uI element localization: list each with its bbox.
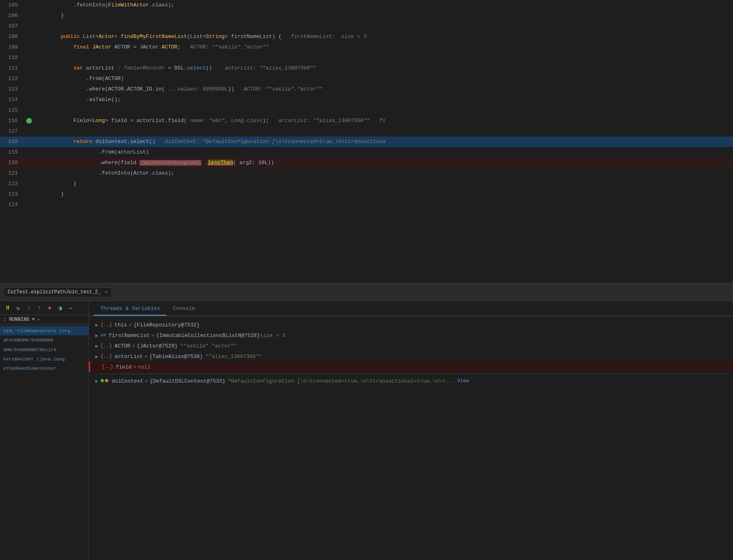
variables-area: ▶{..}this={FilmRepository@7532}▶≡≡firstN… [89,316,733,560]
expand-arrow[interactable]: ▶ [95,343,98,349]
expand-arrow[interactable]: ▶ [95,322,98,328]
debug-toolbar: ⏸ ↻ ↓ ↑ ● ◑ ⋯ [0,301,88,315]
obj-icon: {..} [102,364,114,370]
line-content: .where(ACTOR.ACTOR_ID.in( ...values: 999… [34,84,733,95]
thread-item[interactable]: SMH/0x0000007001174 [0,345,88,354]
var-value: {TableAlias@7530} [149,354,203,360]
variable-row[interactable]: ▶dslContext={DefaultDSLContext@7533} "De… [89,376,733,386]
line-content: } [34,179,733,189]
variable-row[interactable]: ▶{..}this={FilmRepository@7532} [89,320,733,330]
var-eq: = [151,333,154,339]
code-line: 117 [0,126,733,137]
line-number: 110 [0,53,24,63]
more-button[interactable]: ⋯ [66,303,75,312]
line-content: .asTable(); [34,95,733,105]
thread-item[interactable]: kers$Holder (java.lang. [0,354,88,364]
code-line: 107 [0,21,733,32]
dsl-icon [101,378,110,384]
line-number: 119 [0,147,24,158]
view-link[interactable]: View [457,378,469,384]
line-number: 105 [0,0,24,11]
variable-row[interactable]: ▶{..}field=null [89,362,733,372]
code-line: 122 } [0,179,733,189]
filter-icon[interactable]: ▼ [32,317,35,322]
thread-list[interactable]: 118, FilmRepository (org.aForm$DMH/0x000… [0,324,88,560]
thread-item[interactable]: aForm$DMH/0x000000 [0,335,88,345]
var-name: ACTOR [114,343,130,349]
variable-row[interactable]: ▶{..}actorList={TableAlias@7530} ""alias… [89,351,733,362]
code-line: 110 [0,53,733,63]
status-running-label: : RUNNING [3,317,29,322]
debug-panel: CutTest.explicitPathJoin_test_2_ × ⏸ ↻ ↓… [0,283,733,560]
line-content: .fetchInto(Actor.class); [34,168,733,179]
var-name: this [114,322,127,328]
code-line: 109 final JActor ACTOR = JActor.ACTOR; A… [0,42,733,53]
line-number: 122 [0,179,24,189]
expand-arrow[interactable]: ▶ [95,333,98,338]
var-value: {JActor@7529} [137,343,177,349]
thread-item[interactable]: 118, FilmRepository (org. [0,326,88,335]
debug-session-close[interactable]: × [105,290,107,295]
var-extra: ""sakila"."actor"" [180,343,237,349]
chevron-down-icon[interactable]: ▾ [37,317,40,322]
debug-content: ⏸ ↻ ↓ ↑ ● ◑ ⋯ : RUNNING ▼ ▾ 118, FilmRep… [0,301,733,560]
var-eq: = [129,322,132,328]
line-content: .from(actorList) [34,147,733,158]
line-content: var actorList : Table<Record> = DSL.sele… [34,63,733,74]
var-name: actorList [114,354,143,360]
var-name: firstNameList [109,333,150,339]
code-line: 113 .where(ACTOR.ACTOR_ID.in( ...values:… [0,84,733,95]
debug-main: Threads & Variables Console ▶{..}this={F… [89,301,733,560]
var-size: size = 3 [260,333,285,339]
var-value: {DefaultDSLContext@7533} [150,378,225,384]
method-highlight: lessThan [208,160,233,166]
debug-tab-bar: CutTest.explicitPathJoin_test_2_ × [0,283,733,301]
line-number: 107 [0,21,24,32]
line-content: } [34,11,733,21]
mute-button[interactable]: ◑ [56,303,65,312]
line-content: .fetchInto(FilmWithActor.class); [34,0,733,11]
var-value: null [138,364,150,370]
code-line: 124 [0,200,733,210]
thread-sidebar: ⏸ ↻ ↓ ↑ ● ◑ ⋯ : RUNNING ▼ ▾ 118, FilmRep… [0,301,89,560]
obj-icon: {..} [101,322,112,328]
expand-arrow[interactable]: ▶ [95,379,98,384]
tab-threads-variables[interactable]: Threads & Variables [94,302,166,316]
rerun-button[interactable]: ↻ [14,303,23,312]
step-over-button[interactable]: ↓ [24,303,33,312]
line-content: .from(ACTOR) [34,74,733,84]
step-out-button[interactable]: ↑ [35,303,44,312]
debug-session-label: CutTest.explicitPathJoin_test_2_ [8,289,101,295]
var-eq: = [132,343,135,349]
exception-badge: [NullPointerException] [139,160,201,166]
debug-session-tab[interactable]: CutTest.explicitPathJoin_test_2_ × [3,287,112,297]
line-number: 108 [0,32,24,42]
tab-console[interactable]: Console [166,302,202,316]
variable-row[interactable]: ▶{..}ACTOR={JActor@7529} ""sakila"."acto… [89,341,733,351]
stop-button[interactable]: ● [45,303,54,312]
var-value: {ImmutableCollections$ListN@7528} [156,333,260,339]
breakpoint-icon [26,118,32,124]
line-number: 116 [0,116,24,126]
variable-row[interactable]: ▶≡≡firstNameList={ImmutableCollections$L… [89,330,733,341]
var-extra: ""alias_13007368"" [205,354,262,360]
line-number: 111 [0,63,24,74]
thread-item[interactable]: ethodHandleAccessor [0,364,88,373]
expand-arrow[interactable]: ▶ [95,354,98,359]
code-line: 114 .asTable(); [0,95,733,105]
line-number: 123 [0,189,24,200]
line-content: } [34,189,733,200]
code-line: 106 } [0,11,733,21]
line-number: 120 [0,158,24,168]
code-line: 111 var actorList : Table<Record> = DSL.… [0,63,733,74]
var-eq: = [133,364,136,370]
line-number: 115 [0,105,24,116]
code-line: 123 } [0,189,733,200]
var-eq: = [145,354,148,360]
code-editor: 105 .fetchInto(FilmWithActor.class);106 … [0,0,733,283]
code-line: 105 .fetchInto(FilmWithActor.class); [0,0,733,11]
pause-button[interactable]: ⏸ [3,303,12,312]
var-name: dslContext [112,378,143,384]
code-line: 119 .from(actorList) [0,147,733,158]
line-number: 118 [0,137,24,147]
